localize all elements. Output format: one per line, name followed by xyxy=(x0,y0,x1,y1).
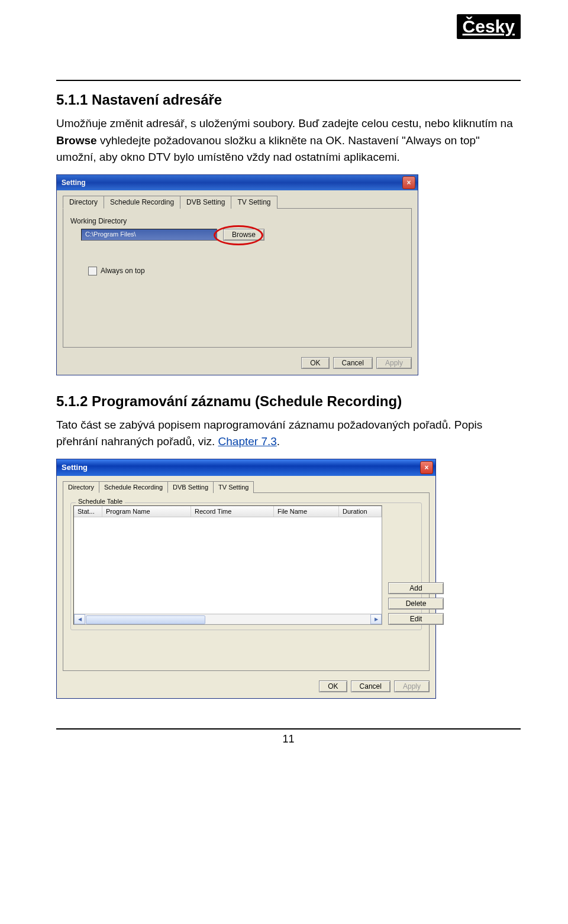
page-number: 11 xyxy=(282,733,294,745)
working-directory-label: Working Directory xyxy=(70,217,404,225)
tab-tv-setting[interactable]: TV Setting xyxy=(213,481,254,493)
section-512-body: Tato část se zabývá popisem naprogramová… xyxy=(56,417,521,450)
browse-word: Browse xyxy=(56,134,97,147)
col-file-name[interactable]: File Name xyxy=(274,506,339,517)
dialog-titlebar[interactable]: Setting × xyxy=(57,459,435,476)
section-511-heading: 5.1.1 Nastavení adresáře xyxy=(56,92,521,108)
edit-button[interactable]: Edit xyxy=(388,613,444,625)
tab-schedule-recording[interactable]: Schedule Recording xyxy=(104,196,180,209)
scroll-left-icon[interactable]: ◀ xyxy=(74,614,85,624)
section-512-heading: 5.1.2 Programování záznamu (Schedule Rec… xyxy=(56,393,521,410)
tab-strip: Directory Schedule Recording DVB Setting… xyxy=(63,195,412,209)
page-footer: 11 xyxy=(56,728,521,745)
settings-dialog-schedule: Setting × Directory Schedule Recording D… xyxy=(56,459,436,699)
tab-dvb-setting[interactable]: DVB Setting xyxy=(180,196,231,209)
chapter-link[interactable]: Chapter 7.3 xyxy=(218,435,277,448)
directory-path-input[interactable]: C:\Program Files\ xyxy=(81,229,217,241)
section-511-body: Umožňuje změnit adresář, s uloženými sou… xyxy=(56,115,521,166)
delete-button[interactable]: Delete xyxy=(388,598,444,609)
close-icon[interactable]: × xyxy=(402,176,415,189)
dialog-title: Setting xyxy=(62,179,86,187)
always-on-top-checkbox[interactable] xyxy=(88,267,97,275)
tab-directory[interactable]: Directory xyxy=(63,481,99,493)
cancel-button[interactable]: Cancel xyxy=(351,680,390,692)
tab-tv-setting[interactable]: TV Setting xyxy=(231,196,277,209)
ok-button[interactable]: OK xyxy=(301,357,329,369)
add-button[interactable]: Add xyxy=(388,582,444,594)
tab-dvb-setting[interactable]: DVB Setting xyxy=(167,481,214,493)
header-rule xyxy=(56,80,521,81)
settings-dialog-directory: Setting × Directory Schedule Recording D… xyxy=(56,174,418,375)
apply-button: Apply xyxy=(394,680,430,692)
browse-button[interactable]: Browse xyxy=(223,229,264,241)
text: Umožňuje změnit adresář, s uloženými sou… xyxy=(56,117,513,129)
schedule-table-label: Schedule Table xyxy=(76,498,125,505)
tab-schedule-recording[interactable]: Schedule Recording xyxy=(99,481,168,493)
scroll-thumb[interactable] xyxy=(86,615,205,624)
tab-directory[interactable]: Directory xyxy=(63,196,104,209)
close-icon[interactable]: × xyxy=(420,461,433,474)
scroll-right-icon[interactable]: ▶ xyxy=(370,614,382,624)
text: vyhledejte požadovanou složku a klikněte… xyxy=(56,134,480,164)
dialog-title: Setting xyxy=(62,463,88,472)
schedule-table-group: Schedule Table Stat... Program Name Reco… xyxy=(70,502,422,630)
col-program-name[interactable]: Program Name xyxy=(102,506,191,517)
always-on-top-label: Always on top xyxy=(101,267,145,275)
col-duration[interactable]: Duration xyxy=(339,506,382,517)
dialog-titlebar[interactable]: Setting × xyxy=(57,175,418,190)
col-record-time[interactable]: Record Time xyxy=(191,506,274,517)
horizontal-scrollbar[interactable]: ◀ ▶ xyxy=(74,614,382,624)
schedule-table[interactable]: Stat... Program Name Record Time File Na… xyxy=(73,505,382,625)
tab-strip: Directory Schedule Recording DVB Setting… xyxy=(63,481,430,493)
apply-button: Apply xyxy=(376,357,412,369)
language-badge: Česky xyxy=(457,14,521,39)
col-status[interactable]: Stat... xyxy=(74,506,102,517)
table-body-empty xyxy=(74,517,382,612)
ok-button[interactable]: OK xyxy=(319,680,347,692)
text: . xyxy=(277,435,280,448)
cancel-button[interactable]: Cancel xyxy=(333,357,373,369)
